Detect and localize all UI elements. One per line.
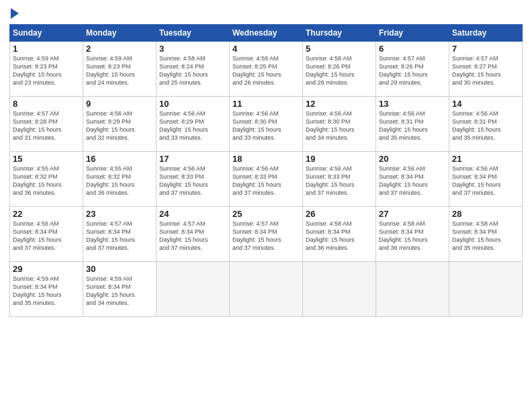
day-info: Sunrise: 4:59 AM Sunset: 8:23 PM Dayligh…	[13, 54, 80, 87]
calendar-cell: 17Sunrise: 4:56 AM Sunset: 8:33 PM Dayli…	[157, 152, 230, 207]
day-info: Sunrise: 4:59 AM Sunset: 8:23 PM Dayligh…	[86, 54, 153, 87]
calendar-cell: 14Sunrise: 4:56 AM Sunset: 8:31 PM Dayli…	[449, 97, 523, 152]
day-number: 5	[306, 44, 373, 54]
calendar-cell: 5Sunrise: 4:58 AM Sunset: 8:26 PM Daylig…	[303, 42, 376, 97]
calendar-week-row: 15Sunrise: 4:55 AM Sunset: 8:32 PM Dayli…	[10, 152, 523, 207]
calendar-table: SundayMondayTuesdayWednesdayThursdayFrid…	[9, 24, 523, 317]
calendar-cell: 15Sunrise: 4:55 AM Sunset: 8:32 PM Dayli…	[10, 152, 83, 207]
calendar-cell: 7Sunrise: 4:57 AM Sunset: 8:27 PM Daylig…	[449, 42, 523, 97]
logo	[9, 7, 19, 19]
logo-arrow-icon	[11, 8, 19, 19]
calendar-week-row: 22Sunrise: 4:56 AM Sunset: 8:34 PM Dayli…	[10, 207, 523, 262]
calendar-cell: 29Sunrise: 4:59 AM Sunset: 8:34 PM Dayli…	[10, 262, 83, 317]
day-number: 6	[379, 44, 446, 54]
calendar-cell: 10Sunrise: 4:56 AM Sunset: 8:29 PM Dayli…	[157, 97, 230, 152]
day-info: Sunrise: 4:57 AM Sunset: 8:26 PM Dayligh…	[379, 54, 446, 87]
day-info: Sunrise: 4:57 AM Sunset: 8:34 PM Dayligh…	[159, 220, 226, 253]
day-info: Sunrise: 4:57 AM Sunset: 8:28 PM Dayligh…	[13, 109, 80, 142]
calendar-cell: 21Sunrise: 4:56 AM Sunset: 8:34 PM Dayli…	[449, 152, 523, 207]
calendar-cell: 2Sunrise: 4:59 AM Sunset: 8:23 PM Daylig…	[83, 42, 157, 97]
day-number: 19	[306, 154, 373, 164]
day-number: 8	[13, 99, 80, 109]
day-info: Sunrise: 4:56 AM Sunset: 8:29 PM Dayligh…	[159, 109, 226, 142]
page-container: SundayMondayTuesdayWednesdayThursdayFrid…	[0, 0, 532, 324]
weekday-header: Friday	[376, 25, 449, 42]
day-info: Sunrise: 4:59 AM Sunset: 8:34 PM Dayligh…	[86, 275, 153, 308]
calendar-cell: 27Sunrise: 4:58 AM Sunset: 8:34 PM Dayli…	[376, 207, 449, 262]
day-info: Sunrise: 4:58 AM Sunset: 8:26 PM Dayligh…	[306, 54, 373, 87]
day-number: 4	[232, 44, 300, 54]
day-info: Sunrise: 4:56 AM Sunset: 8:34 PM Dayligh…	[452, 165, 519, 197]
calendar-cell	[157, 262, 230, 317]
calendar-cell: 25Sunrise: 4:57 AM Sunset: 8:34 PM Dayli…	[230, 207, 303, 262]
day-info: Sunrise: 4:58 AM Sunset: 8:25 PM Dayligh…	[232, 54, 300, 87]
day-number: 14	[452, 99, 519, 109]
day-info: Sunrise: 4:58 AM Sunset: 8:34 PM Dayligh…	[379, 220, 446, 253]
day-info: Sunrise: 4:56 AM Sunset: 8:29 PM Dayligh…	[86, 109, 153, 142]
day-number: 18	[232, 154, 300, 164]
day-info: Sunrise: 4:56 AM Sunset: 8:33 PM Dayligh…	[306, 165, 373, 197]
weekday-header: Tuesday	[157, 25, 230, 42]
day-info: Sunrise: 4:58 AM Sunset: 8:34 PM Dayligh…	[452, 220, 519, 253]
weekday-header: Monday	[83, 25, 157, 42]
day-number: 22	[13, 209, 80, 219]
day-info: Sunrise: 4:55 AM Sunset: 8:32 PM Dayligh…	[13, 165, 80, 197]
calendar-cell	[449, 262, 523, 317]
day-number: 7	[452, 44, 519, 54]
day-info: Sunrise: 4:56 AM Sunset: 8:30 PM Dayligh…	[306, 109, 373, 142]
day-number: 2	[86, 44, 153, 54]
day-number: 29	[13, 264, 80, 274]
calendar-cell	[376, 262, 449, 317]
day-number: 3	[159, 44, 226, 54]
weekday-header: Thursday	[303, 25, 376, 42]
day-info: Sunrise: 4:56 AM Sunset: 8:33 PM Dayligh…	[159, 165, 226, 197]
day-number: 11	[232, 99, 300, 109]
day-number: 23	[86, 209, 153, 219]
day-number: 28	[452, 209, 519, 219]
day-number: 21	[452, 154, 519, 164]
calendar-cell: 6Sunrise: 4:57 AM Sunset: 8:26 PM Daylig…	[376, 42, 449, 97]
day-info: Sunrise: 4:56 AM Sunset: 8:31 PM Dayligh…	[379, 109, 446, 142]
day-number: 9	[86, 99, 153, 109]
day-info: Sunrise: 4:57 AM Sunset: 8:34 PM Dayligh…	[86, 220, 153, 253]
day-info: Sunrise: 4:57 AM Sunset: 8:34 PM Dayligh…	[232, 220, 300, 253]
day-number: 1	[13, 44, 80, 54]
calendar-cell: 16Sunrise: 4:55 AM Sunset: 8:32 PM Dayli…	[83, 152, 157, 207]
day-info: Sunrise: 4:58 AM Sunset: 8:34 PM Dayligh…	[306, 220, 373, 253]
day-number: 24	[159, 209, 226, 219]
day-info: Sunrise: 4:57 AM Sunset: 8:27 PM Dayligh…	[452, 54, 519, 87]
calendar-cell	[303, 262, 376, 317]
calendar-cell: 13Sunrise: 4:56 AM Sunset: 8:31 PM Dayli…	[376, 97, 449, 152]
day-info: Sunrise: 4:59 AM Sunset: 8:34 PM Dayligh…	[13, 275, 80, 308]
calendar-body: 1Sunrise: 4:59 AM Sunset: 8:23 PM Daylig…	[10, 42, 523, 317]
calendar-cell: 30Sunrise: 4:59 AM Sunset: 8:34 PM Dayli…	[83, 262, 157, 317]
calendar-cell: 9Sunrise: 4:56 AM Sunset: 8:29 PM Daylig…	[83, 97, 157, 152]
day-number: 15	[13, 154, 80, 164]
calendar-cell: 18Sunrise: 4:56 AM Sunset: 8:33 PM Dayli…	[230, 152, 303, 207]
day-number: 27	[379, 209, 446, 219]
weekday-header: Sunday	[10, 25, 83, 42]
day-info: Sunrise: 4:56 AM Sunset: 8:34 PM Dayligh…	[13, 220, 80, 253]
calendar-cell: 12Sunrise: 4:56 AM Sunset: 8:30 PM Dayli…	[303, 97, 376, 152]
calendar-cell: 3Sunrise: 4:58 AM Sunset: 8:24 PM Daylig…	[157, 42, 230, 97]
day-info: Sunrise: 4:56 AM Sunset: 8:33 PM Dayligh…	[232, 165, 300, 197]
calendar-cell: 22Sunrise: 4:56 AM Sunset: 8:34 PM Dayli…	[10, 207, 83, 262]
calendar-week-row: 8Sunrise: 4:57 AM Sunset: 8:28 PM Daylig…	[10, 97, 523, 152]
day-number: 20	[379, 154, 446, 164]
day-number: 10	[159, 99, 226, 109]
calendar-cell: 20Sunrise: 4:56 AM Sunset: 8:34 PM Dayli…	[376, 152, 449, 207]
day-info: Sunrise: 4:56 AM Sunset: 8:34 PM Dayligh…	[379, 165, 446, 197]
day-number: 12	[306, 99, 373, 109]
day-number: 26	[306, 209, 373, 219]
day-number: 17	[159, 154, 226, 164]
weekday-header: Saturday	[449, 25, 523, 42]
calendar-cell: 23Sunrise: 4:57 AM Sunset: 8:34 PM Dayli…	[83, 207, 157, 262]
day-info: Sunrise: 4:56 AM Sunset: 8:31 PM Dayligh…	[452, 109, 519, 142]
day-number: 30	[86, 264, 153, 274]
day-number: 25	[232, 209, 300, 219]
calendar-cell: 19Sunrise: 4:56 AM Sunset: 8:33 PM Dayli…	[303, 152, 376, 207]
calendar-cell: 26Sunrise: 4:58 AM Sunset: 8:34 PM Dayli…	[303, 207, 376, 262]
calendar-header: SundayMondayTuesdayWednesdayThursdayFrid…	[10, 25, 523, 42]
weekday-row: SundayMondayTuesdayWednesdayThursdayFrid…	[10, 25, 523, 42]
header	[9, 7, 523, 19]
